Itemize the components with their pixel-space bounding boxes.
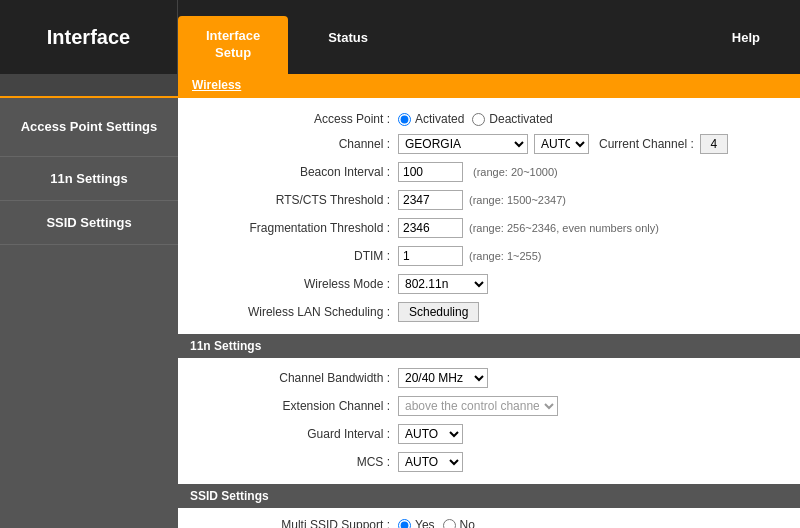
beacon-hint: (range: 20~1000) bbox=[473, 166, 558, 178]
tab-status[interactable]: Status bbox=[288, 18, 408, 57]
frag-input[interactable] bbox=[398, 218, 463, 238]
extension-channel-select[interactable]: above the control channel bbox=[398, 396, 558, 416]
label-dtim: DTIM : bbox=[188, 249, 398, 263]
subnav-wireless[interactable]: Wireless bbox=[188, 76, 245, 94]
sidebar-ssid-settings: SSID Settings bbox=[0, 201, 178, 245]
label-wireless-mode: Wireless Mode : bbox=[188, 277, 398, 291]
label-rts: RTS/CTS Threshold : bbox=[188, 193, 398, 207]
label-wireless-lan: Wireless LAN Scheduling : bbox=[188, 305, 398, 319]
beacon-interval-input[interactable] bbox=[398, 162, 463, 182]
label-multi-ssid: Multi SSID Support : bbox=[188, 518, 398, 528]
section-ssid-header: SSID Settings bbox=[178, 484, 800, 508]
radio-activated[interactable]: Activated bbox=[398, 112, 464, 126]
tab-help[interactable]: Help bbox=[692, 18, 800, 57]
frag-hint: (range: 256~2346, even numbers only) bbox=[469, 222, 659, 234]
label-ch-bw: Channel Bandwidth : bbox=[188, 371, 398, 385]
label-mcs: MCS : bbox=[188, 455, 398, 469]
section-11n: Channel Bandwidth : 20/40 MHz Extension … bbox=[188, 364, 790, 476]
sidebar-11n-settings: 11n Settings bbox=[0, 157, 178, 201]
sidebar-access-point-settings: Access Point Settings bbox=[0, 98, 178, 157]
radio-multi-no[interactable]: No bbox=[443, 518, 475, 528]
guard-interval-select[interactable]: AUTO bbox=[398, 424, 463, 444]
scheduling-button[interactable]: Scheduling bbox=[398, 302, 479, 322]
mcs-select[interactable]: AUTO bbox=[398, 452, 463, 472]
label-beacon: Beacon Interval : bbox=[188, 165, 398, 179]
radio-deactivated[interactable]: Deactivated bbox=[472, 112, 552, 126]
channel-select[interactable]: GEORGIA bbox=[398, 134, 528, 154]
current-channel-label: Current Channel : bbox=[599, 137, 694, 151]
channel-auto-select[interactable]: AUTO bbox=[534, 134, 589, 154]
wireless-mode-select[interactable]: 802.11n bbox=[398, 274, 488, 294]
dtim-hint: (range: 1~255) bbox=[469, 250, 541, 262]
label-ext-ch: Extension Channel : bbox=[188, 399, 398, 413]
label-access-point: Access Point : bbox=[188, 112, 398, 126]
rts-input[interactable] bbox=[398, 190, 463, 210]
label-channel: Channel : bbox=[188, 137, 398, 151]
current-channel-value bbox=[700, 134, 728, 154]
channel-bandwidth-select[interactable]: 20/40 MHz bbox=[398, 368, 488, 388]
brand: Interface bbox=[0, 0, 178, 74]
rts-hint: (range: 1500~2347) bbox=[469, 194, 566, 206]
radio-multi-yes[interactable]: Yes bbox=[398, 518, 435, 528]
section-ssid: Multi SSID Support : Yes No SSID index : bbox=[188, 514, 790, 528]
label-guard: Guard Interval : bbox=[188, 427, 398, 441]
dtim-input[interactable] bbox=[398, 246, 463, 266]
tab-interface-setup[interactable]: InterfaceSetup bbox=[178, 16, 288, 74]
section-access-point: Access Point : Activated Deactivated Cha… bbox=[188, 108, 790, 326]
section-11n-header: 11n Settings bbox=[178, 334, 800, 358]
label-frag: Fragmentation Threshold : bbox=[188, 221, 398, 235]
